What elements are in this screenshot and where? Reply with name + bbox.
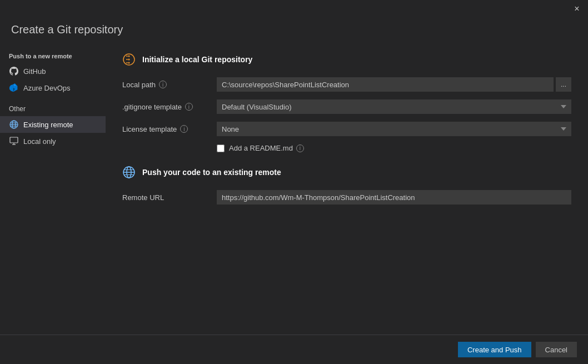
azure-devops-label: Azure DevOps: [23, 84, 71, 92]
init-section-icon: [122, 53, 136, 66]
gitignore-input-wrap: Default (VisualStudio) None Python Node …: [217, 99, 571, 114]
init-section-header: Initialize a local Git repository: [122, 53, 571, 66]
other-section-title: Other: [0, 96, 106, 116]
local-path-input[interactable]: [217, 77, 554, 92]
svg-rect-5: [10, 137, 18, 143]
push-section-icon: [122, 166, 136, 179]
init-section-title: Initialize a local Git repository: [142, 55, 252, 64]
sidebar-item-azure-devops[interactable]: Azure DevOps: [0, 79, 106, 96]
readme-info-icon[interactable]: i: [296, 144, 304, 152]
github-label: GitHub: [23, 67, 46, 76]
license-select[interactable]: None MIT Apache 2.0 GPL v3: [217, 122, 571, 136]
readme-label[interactable]: Add a README.md i: [229, 144, 304, 152]
local-path-row: Local path i ...: [122, 77, 571, 92]
top-bar: ×: [0, 0, 588, 18]
license-input-wrap: None MIT Apache 2.0 GPL v3: [217, 122, 571, 136]
remote-url-input[interactable]: [217, 190, 571, 205]
sidebar-item-local-only[interactable]: Local only: [0, 133, 106, 149]
gitignore-select[interactable]: Default (VisualStudio) None Python Node …: [217, 99, 571, 114]
remote-url-row: Remote URL: [122, 190, 571, 205]
dialog-footer: Create and Push Cancel: [0, 335, 588, 364]
local-path-label: Local path i: [122, 81, 211, 89]
sidebar-item-existing-remote[interactable]: Existing remote: [0, 116, 106, 133]
existing-remote-label: Existing remote: [23, 121, 73, 129]
license-info-icon[interactable]: i: [180, 125, 188, 133]
push-section-header: Push your code to an existing remote: [122, 166, 571, 179]
github-icon: [9, 66, 19, 76]
computer-icon: [9, 136, 19, 146]
sidebar-item-github[interactable]: GitHub: [0, 63, 106, 79]
svg-point-9: [128, 56, 130, 57]
azure-devops-icon: [9, 83, 19, 93]
remote-url-input-wrap: [217, 190, 571, 205]
readme-row: Add a README.md i: [122, 144, 571, 152]
browse-button[interactable]: ...: [556, 77, 571, 92]
remote-url-label: Remote URL: [122, 193, 211, 202]
create-git-repo-dialog: × Create a Git repository Push to a new …: [0, 0, 588, 364]
create-and-push-button[interactable]: Create and Push: [458, 342, 531, 357]
license-row: License template i None MIT Apache 2.0 G…: [122, 122, 571, 136]
local-only-label: Local only: [23, 137, 56, 146]
globe-icon: [9, 119, 19, 129]
push-section-title-text: Push your code to an existing remote: [142, 168, 281, 177]
gitignore-info-icon[interactable]: i: [185, 103, 193, 111]
gitignore-label: .gitignore template i: [122, 103, 211, 111]
gitignore-row: .gitignore template i Default (VisualStu…: [122, 99, 571, 114]
push-section-title: Push to a new remote: [0, 47, 106, 63]
svg-point-11: [128, 62, 130, 64]
close-button[interactable]: ×: [571, 3, 582, 14]
dialog-body: Push to a new remote GitHub: [0, 42, 588, 335]
main-content: Initialize a local Git repository Local …: [106, 42, 588, 335]
readme-checkbox[interactable]: [217, 144, 225, 152]
license-label: License template i: [122, 125, 211, 133]
cancel-button[interactable]: Cancel: [536, 342, 577, 357]
push-section: Push your code to an existing remote Rem…: [122, 166, 571, 205]
dialog-title: Create a Git repository: [0, 18, 588, 42]
local-path-info-icon[interactable]: i: [159, 81, 167, 88]
svg-point-10: [128, 59, 130, 61]
local-path-input-wrap: ...: [217, 77, 571, 92]
sidebar: Push to a new remote GitHub: [0, 42, 106, 335]
